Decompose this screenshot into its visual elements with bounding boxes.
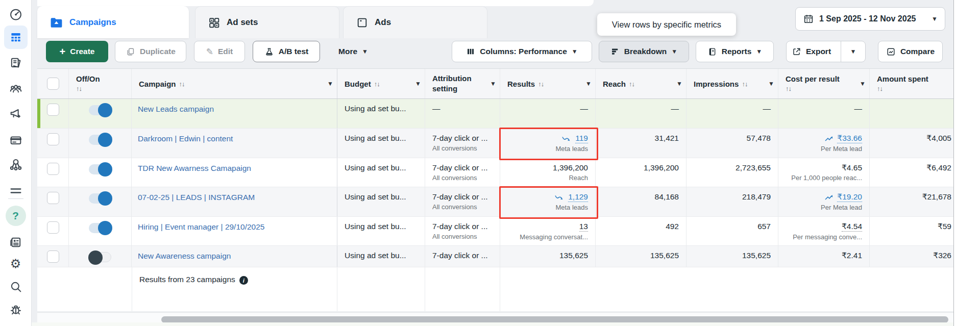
column-header-impressions[interactable]: Impressions↑↓ ▼ [687, 69, 778, 98]
row-checkbox[interactable] [47, 163, 59, 175]
column-header-campaign[interactable]: Campaign↑↓ ▼ [132, 69, 337, 98]
chevron-down-icon[interactable]: ▼ [585, 80, 592, 87]
toggle-knob [98, 133, 112, 147]
chevron-down-icon[interactable]: ▼ [768, 80, 774, 87]
results-value[interactable]: 13 [579, 222, 588, 232]
campaigns-grid-icon[interactable] [4, 26, 28, 49]
more-button[interactable]: More ▼ [331, 41, 375, 62]
column-header-reach[interactable]: Reach↑↓ ▼ [596, 69, 687, 98]
column-header-cost-per-result[interactable]: Cost per result↑↓ ▼ [778, 69, 870, 98]
reach-value: 84,168 [596, 187, 686, 202]
table-row[interactable]: New Awareness campaign Using ad set bu..… [37, 246, 953, 267]
cost-per-result-value[interactable]: ₹4.54 [842, 222, 862, 232]
compare-button[interactable]: Compare [878, 41, 943, 62]
campaign-name-link[interactable]: Darkroom | Edwin | content [132, 129, 233, 143]
menu-icon[interactable] [8, 185, 23, 197]
chevron-down-icon[interactable]: ▼ [415, 80, 421, 87]
campaign-name-link[interactable]: New Leads campaign [132, 99, 214, 114]
column-header-amount-spent[interactable]: Amount spent↑↓ [870, 69, 953, 98]
gauge-icon[interactable] [8, 7, 23, 22]
chevron-down-icon[interactable]: ▼ [676, 80, 682, 87]
cost-per-result-value[interactable]: ₹19.20 [837, 192, 862, 202]
results-value: — [500, 99, 595, 113]
billing-card-icon[interactable] [8, 133, 23, 148]
campaign-name-link[interactable]: New Awareness campaign [132, 246, 231, 261]
attribution-value: 7-day click or ... [425, 217, 500, 231]
campaign-name-link[interactable]: TDR New Awarness Camapaign [132, 158, 251, 173]
create-button[interactable]: + Create [46, 41, 108, 62]
table-row[interactable]: Darkroom | Edwin | content Using ad set … [37, 129, 953, 158]
audiences-icon[interactable] [8, 81, 23, 96]
date-range-picker[interactable]: 1 Sep 2025 - 12 Nov 2025 ▼ [795, 7, 945, 31]
edit-button[interactable]: ✎ Edit [194, 41, 245, 62]
campaign-toggle[interactable] [89, 223, 111, 233]
attribution-sub: All conversions [425, 202, 500, 211]
row-highlight-bar [37, 99, 40, 128]
row-checkbox[interactable] [47, 250, 59, 263]
table-row[interactable]: Hiring | Event manager | 29/10/2025 Usin… [37, 217, 953, 246]
row-checkbox[interactable] [47, 104, 59, 116]
plus-icon: + [60, 46, 66, 57]
columns-button[interactable]: Columns: Performance ▼ [452, 41, 592, 62]
news-icon[interactable] [8, 235, 23, 250]
bug-icon[interactable] [8, 302, 23, 317]
tab-ads[interactable]: Ads [343, 6, 487, 38]
reports-label: Reports [722, 47, 752, 56]
impressions-value: 657 [687, 217, 778, 231]
pages-icon[interactable] [8, 56, 23, 71]
chevron-down-icon: ▼ [671, 48, 677, 55]
export-button[interactable]: Export [787, 41, 836, 62]
top-white-strip [37, 0, 594, 6]
chevron-down-icon[interactable]: ▼ [327, 80, 333, 87]
campaign-toggle[interactable] [89, 252, 111, 262]
chevron-down-icon[interactable]: ▼ [490, 80, 496, 87]
column-header-attribution[interactable]: Attributionsetting ▼ [425, 69, 500, 98]
reach-value: — [596, 99, 686, 113]
cost-per-result-value[interactable]: ₹33.66 [837, 134, 862, 143]
date-range-label: 1 Sep 2025 - 12 Nov 2025 [819, 14, 916, 23]
column-header-off-on[interactable]: Off/On↑↓ [69, 69, 132, 98]
cost-per-result-value: — [778, 99, 869, 113]
campaign-toggle[interactable] [89, 105, 111, 115]
cost-per-result-sub: Per Meta lead [778, 202, 869, 211]
campaign-toggle[interactable] [89, 193, 111, 204]
breakdown-button[interactable]: Breakdown ▼ [599, 41, 689, 62]
reports-button[interactable]: Reports ▼ [696, 41, 774, 62]
row-checkbox[interactable] [47, 192, 59, 204]
chevron-down-icon[interactable]: ▼ [860, 80, 866, 87]
ab-test-button[interactable]: A/B test [253, 41, 320, 62]
select-all-checkbox[interactable] [47, 78, 59, 90]
campaign-name-link[interactable]: Hiring | Event manager | 29/10/2025 [132, 217, 264, 232]
column-header-budget[interactable]: Budget↑↓ ▼ [337, 69, 425, 98]
column-header-results[interactable]: Results↑↓ ▼ [500, 69, 596, 98]
campaign-toggle[interactable] [89, 135, 111, 145]
assets-hierarchy-icon[interactable] [8, 157, 24, 173]
table-row[interactable]: New Leads campaign Using ad set bu... — … [37, 99, 953, 129]
horizontal-scrollbar-track[interactable] [37, 312, 953, 322]
row-checkbox[interactable] [47, 221, 59, 234]
info-icon[interactable]: i [239, 276, 248, 285]
tab-adsets[interactable]: Ad sets [195, 6, 339, 38]
tab-campaigns-label: Campaigns [69, 17, 116, 28]
search-icon[interactable] [8, 279, 23, 294]
table-row[interactable]: 07-02-25 | LEADS | INSTAGRAM Using ad se… [37, 187, 953, 217]
help-icon[interactable]: ? [6, 206, 26, 226]
cost-per-result-sub: Per Meta lead [778, 143, 869, 153]
row-checkbox[interactable] [47, 133, 59, 145]
budget-value: Using ad set bu... [337, 187, 425, 202]
results-value: 135,625 [500, 246, 595, 260]
duplicate-button[interactable]: Duplicate [115, 41, 186, 62]
campaign-toggle[interactable] [89, 164, 111, 174]
sort-icon: ↑↓ [374, 80, 380, 88]
amount-spent-value: ₹21,678 [870, 187, 953, 202]
megaphone-icon[interactable] [8, 106, 23, 121]
export-dropdown[interactable]: ▼ [841, 41, 865, 62]
chevron-down-icon: ▼ [850, 48, 856, 55]
table-row[interactable]: TDR New Awarness Camapaign Using ad set … [37, 158, 953, 187]
attribution-value: — [425, 99, 500, 113]
gear-icon[interactable]: ⚙ [8, 256, 23, 271]
chevron-down-icon: ▼ [362, 48, 368, 55]
campaign-name-link[interactable]: 07-02-25 | LEADS | INSTAGRAM [132, 187, 255, 202]
cost-per-result-sub: Per messaging conve... [778, 232, 869, 241]
tab-campaigns[interactable]: Campaigns [37, 6, 189, 38]
